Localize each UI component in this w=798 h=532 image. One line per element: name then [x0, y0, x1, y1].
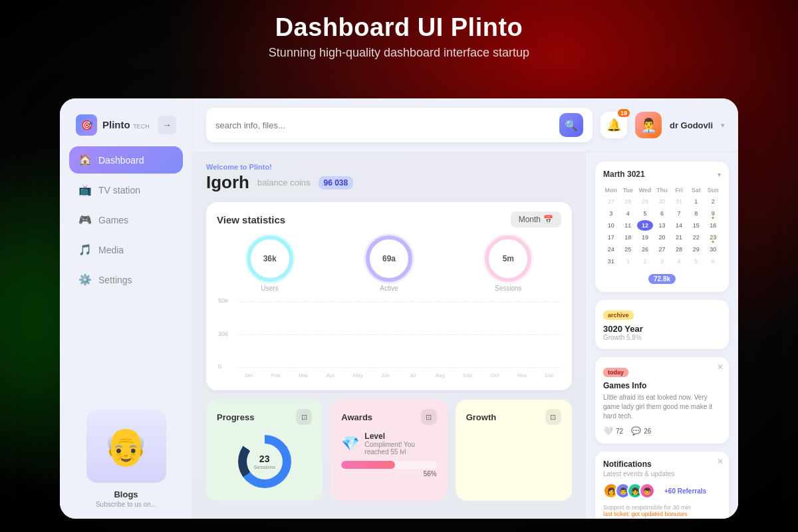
content-area: Welcome to Plinto! Igorh balance coins 9…	[193, 152, 738, 519]
progress-expand-button[interactable]: ⊡	[296, 409, 312, 425]
calendar-day[interactable]: 3	[603, 208, 619, 219]
calendar-day[interactable]: 2	[705, 196, 721, 207]
comments-count: 26	[644, 428, 651, 435]
games-info-text: Little afraid its eat looked now. Very g…	[603, 393, 721, 421]
calendar-highlight: 72.8k	[603, 272, 721, 284]
sidebar-character: 👴	[86, 410, 166, 483]
calendar-day[interactable]: 27	[654, 244, 670, 255]
calendar-day[interactable]: 30	[654, 196, 670, 207]
calendar-day[interactable]: 23	[705, 232, 721, 243]
home-icon: 🏠	[78, 154, 92, 166]
sidebar-item-dashboard[interactable]: 🏠 Dashboard	[69, 146, 183, 174]
sidebar-item-media[interactable]: 🎵 Media	[69, 236, 183, 263]
award-info: Level Compliment! You reached 55 lvl	[364, 432, 436, 456]
bar-month-label: Mar	[299, 372, 308, 378]
calendar-day[interactable]: 24	[603, 244, 619, 255]
search-button[interactable]: 🔍	[559, 113, 583, 137]
notification-badge: 19	[618, 109, 630, 117]
calendar-day[interactable]: 17	[603, 232, 619, 243]
calendar-day[interactable]: 14	[671, 220, 687, 231]
welcome-section: Welcome to Plinto! Igorh balance coins 9…	[206, 163, 572, 193]
comment-icon: 💬	[631, 426, 641, 436]
progress-num: 23	[259, 454, 270, 464]
calendar-day-label: Sun	[705, 186, 721, 195]
calendar-day[interactable]: 8	[688, 208, 704, 219]
progress-donut: 23 Sessions	[238, 435, 291, 488]
notification-button[interactable]: 🔔 19	[600, 112, 627, 138]
blog-subtitle: Subscribe to us on...	[69, 501, 183, 508]
sidebar-item-settings[interactable]: ⚙️ Settings	[69, 266, 183, 293]
donut-active: 69a	[366, 235, 412, 282]
calendar-day[interactable]: 19	[637, 232, 653, 243]
calendar-day[interactable]: 29	[637, 196, 653, 207]
page-subtitle: Stunning high-quality dashboard interfac…	[0, 46, 798, 60]
calendar-day[interactable]: 2	[637, 256, 653, 267]
support-link[interactable]: last ticket: got updated bonuses	[603, 511, 688, 517]
logo-text-wrap: Plinto TECH	[102, 119, 150, 131]
calendar-day-label: Tue	[620, 186, 636, 195]
calendar-day[interactable]: 28	[671, 244, 687, 255]
calendar-day[interactable]: 13	[654, 220, 670, 231]
donut-sessions-label: Sessions	[495, 285, 522, 292]
calendar-day[interactable]: 3	[654, 256, 670, 267]
calendar-day[interactable]: 18	[620, 232, 636, 243]
chevron-down-icon[interactable]: ▾	[721, 121, 725, 130]
growth-expand-button[interactable]: ⊡	[545, 409, 561, 425]
calendar-day[interactable]: 15	[688, 220, 704, 231]
likes-count: 72	[616, 428, 623, 435]
calendar-day[interactable]: 1	[620, 256, 636, 267]
calendar-day[interactable]: 29	[688, 244, 704, 255]
calendar-day[interactable]: 4	[671, 256, 687, 267]
heart-icon: 🤍	[603, 426, 613, 436]
calendar-day[interactable]: 22	[688, 232, 704, 243]
calendar-day[interactable]: 20	[654, 232, 670, 243]
calendar-day[interactable]: 21	[671, 232, 687, 243]
calendar-day[interactable]: 28	[620, 196, 636, 207]
calendar-day[interactable]: 6	[705, 256, 721, 267]
sidebar-item-games[interactable]: 🎮 Games	[69, 206, 183, 233]
calendar-day[interactable]: 10	[603, 220, 619, 231]
progress-donut-inner: 23 Sessions	[247, 444, 283, 479]
awards-expand-button[interactable]: ⊡	[421, 409, 437, 425]
bar-month-label: Nov	[517, 372, 527, 378]
dashboard-card: 🎯 Plinto TECH → 🏠 Dashboard 📺 TV station…	[60, 98, 738, 519]
calendar-day[interactable]: 12	[637, 220, 653, 231]
calendar-day[interactable]: 1	[688, 196, 704, 207]
calendar-day[interactable]: 25	[620, 244, 636, 255]
calendar-nav-button[interactable]: ▾	[718, 171, 721, 178]
month-button[interactable]: Month 📅	[511, 211, 561, 227]
calendar-day[interactable]: 9	[705, 208, 721, 219]
calendar-day[interactable]: 16	[705, 220, 721, 231]
bar-month-label: Sep	[463, 372, 472, 378]
user-greeting: Igorh balance coins 96 038	[206, 172, 572, 193]
calendar-day[interactable]: 26	[637, 244, 653, 255]
games-info-close-button[interactable]: ✕	[717, 362, 724, 372]
search-input[interactable]	[215, 120, 554, 130]
sidebar-item-tv[interactable]: 📺 TV station	[69, 176, 183, 203]
games-info-card: ✕ today Games Info Little afraid its eat…	[595, 357, 729, 444]
calendar-day[interactable]: 7	[671, 208, 687, 219]
calendar-day[interactable]: 5	[637, 208, 653, 219]
calendar-day[interactable]: 11	[620, 220, 636, 231]
donut-users-value: 36k	[263, 254, 277, 263]
sidebar: 🎯 Plinto TECH → 🏠 Dashboard 📺 TV station…	[60, 98, 193, 519]
award-bar-wrap	[341, 461, 436, 469]
notifications-close-button[interactable]: ✕	[717, 457, 724, 466]
grid-label-0: 0	[218, 363, 221, 370]
grid-line-50: 50e	[237, 301, 561, 302]
donut-active-label: Active	[380, 285, 398, 292]
calendar-day[interactable]: 31	[603, 256, 619, 267]
games-stats: 🤍 72 💬 26	[603, 426, 721, 436]
logout-button[interactable]: →	[158, 116, 176, 134]
calendar-day[interactable]: 6	[654, 208, 670, 219]
calendar-day[interactable]: 5	[688, 256, 704, 267]
games-icon: 🎮	[78, 213, 92, 226]
calendar-day[interactable]: 31	[671, 196, 687, 207]
calendar-day-label: Mon	[603, 186, 619, 195]
calendar-day[interactable]: 27	[603, 196, 619, 207]
calendar-day[interactable]: 4	[620, 208, 636, 219]
calendar-day[interactable]: 30	[705, 244, 721, 255]
calendar-section: Marth 3021 ▾ MonTueWedThuFriSatSun272829…	[595, 162, 729, 292]
awards-title: Awards	[341, 412, 372, 422]
calendar-day-label: Wed	[637, 186, 653, 195]
